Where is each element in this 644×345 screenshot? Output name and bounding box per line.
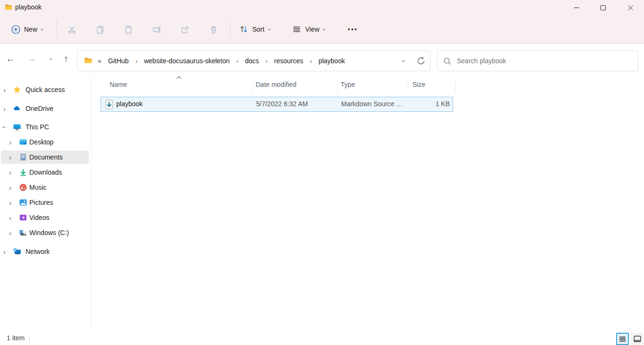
column-resize-handle[interactable] bbox=[455, 79, 455, 92]
chevron-right-icon[interactable]: › bbox=[9, 184, 11, 191]
chevron-down-icon: › bbox=[266, 28, 272, 30]
documents-icon bbox=[19, 153, 27, 161]
plus-circle-icon bbox=[11, 25, 20, 34]
sort-button[interactable]: Sort › bbox=[235, 22, 274, 37]
chevron-right-icon[interactable]: › bbox=[9, 229, 11, 236]
back-arrow-icon: ← bbox=[6, 54, 15, 64]
forward-arrow-icon: → bbox=[27, 54, 36, 64]
address-bar[interactable]: « GitHub › website-docusaurus-skeleton ›… bbox=[77, 50, 430, 71]
breadcrumb-item[interactable]: resources bbox=[274, 57, 303, 65]
chevron-right-icon[interactable]: › bbox=[3, 248, 6, 255]
forward-button[interactable]: → bbox=[23, 50, 40, 67]
sidebar-item-quick-access[interactable]: › Quick access bbox=[0, 83, 90, 96]
copy-icon[interactable] bbox=[95, 25, 105, 34]
file-name: playbook bbox=[116, 100, 143, 108]
recent-locations-button[interactable]: › bbox=[43, 50, 60, 67]
videos-icon bbox=[19, 213, 27, 222]
sort-icon bbox=[239, 25, 249, 34]
details-view-button[interactable] bbox=[616, 333, 629, 345]
column-header-name[interactable]: Name bbox=[110, 81, 127, 88]
sidebar-item-downloads[interactable]: › Downloads bbox=[0, 166, 90, 179]
chevron-right-icon[interactable]: › bbox=[9, 214, 11, 221]
breadcrumb: « GitHub › website-docusaurus-skeleton ›… bbox=[98, 57, 345, 65]
item-count: 1 item bbox=[7, 334, 25, 342]
minimize-button[interactable] bbox=[563, 0, 590, 15]
sort-button-label: Sort bbox=[252, 25, 265, 33]
desktop-icon bbox=[19, 138, 27, 146]
sidebar-item-this-pc[interactable]: › This PC bbox=[0, 120, 90, 134]
breadcrumb-overflow[interactable]: « bbox=[98, 57, 102, 65]
file-row-playbook[interactable]: playbook 5/7/2022 6:32 AM Markdown Sourc… bbox=[101, 97, 453, 112]
paste-icon[interactable] bbox=[124, 25, 133, 34]
large-icons-view-button[interactable] bbox=[631, 333, 644, 345]
window-title: playbook bbox=[15, 3, 42, 11]
sidebar-item-videos[interactable]: › Videos bbox=[0, 211, 90, 224]
sidebar-item-windows-c[interactable]: › Windows (C:) bbox=[0, 226, 90, 239]
file-type: Markdown Source … bbox=[341, 100, 403, 108]
details-view-icon bbox=[619, 336, 626, 342]
address-row: ← → › ↑ « GitHub › website-docusaurus-sk… bbox=[0, 44, 644, 76]
delete-icon[interactable] bbox=[209, 25, 218, 34]
sort-ascending-caret-icon[interactable] bbox=[176, 76, 181, 79]
breadcrumb-item[interactable]: docs bbox=[245, 57, 259, 65]
chevron-right-icon[interactable]: › bbox=[9, 199, 11, 206]
sidebar-item-network[interactable]: › Network bbox=[0, 245, 90, 258]
column-resize-handle[interactable] bbox=[253, 79, 253, 92]
back-button[interactable]: ← bbox=[2, 50, 19, 67]
status-separator bbox=[29, 333, 30, 344]
rename-icon[interactable] bbox=[152, 25, 162, 34]
column-header-size[interactable]: Size bbox=[412, 81, 425, 88]
command-toolbar: New › Sort › View › ••• bbox=[0, 15, 644, 44]
navigation-pane: › Quick access › OneDrive › This PC › De… bbox=[0, 76, 91, 332]
chevron-down-icon[interactable]: › bbox=[1, 126, 8, 128]
column-header-date-modified[interactable]: Date modified bbox=[256, 81, 296, 88]
file-date-modified: 5/7/2022 6:32 AM bbox=[256, 100, 308, 108]
status-bar: 1 item bbox=[0, 332, 644, 345]
sidebar-item-pictures[interactable]: › Pictures bbox=[0, 196, 90, 209]
toolbar-separator bbox=[230, 21, 231, 38]
sidebar-item-label: Quick access bbox=[26, 86, 65, 93]
sidebar-item-music[interactable]: › Music bbox=[0, 181, 90, 194]
share-icon[interactable] bbox=[180, 25, 190, 34]
refresh-icon[interactable] bbox=[417, 57, 425, 65]
sidebar-item-documents[interactable]: › Documents bbox=[1, 151, 89, 164]
onedrive-cloud-icon bbox=[13, 104, 21, 113]
chevron-right-icon[interactable]: › bbox=[9, 169, 11, 176]
up-button[interactable]: ↑ bbox=[58, 50, 75, 67]
new-button-label: New bbox=[24, 25, 37, 33]
sidebar-item-label: Windows (C:) bbox=[29, 229, 69, 236]
folder-icon bbox=[84, 57, 92, 65]
address-dropdown-icon[interactable]: › bbox=[401, 60, 408, 62]
chevron-right-icon[interactable]: › bbox=[3, 86, 6, 93]
view-button[interactable]: View › bbox=[288, 22, 329, 37]
chevron-right-icon[interactable]: › bbox=[9, 154, 11, 161]
chevron-right-icon[interactable]: › bbox=[9, 139, 11, 146]
chevron-down-icon: › bbox=[39, 28, 45, 30]
new-button[interactable]: New › bbox=[8, 22, 47, 37]
downloads-icon bbox=[19, 168, 27, 177]
chevron-right-icon: › bbox=[310, 58, 312, 65]
see-more-button[interactable]: ••• bbox=[345, 22, 361, 37]
column-header-type[interactable]: Type bbox=[341, 81, 355, 88]
chevron-right-icon[interactable]: › bbox=[3, 105, 6, 112]
maximize-button[interactable] bbox=[590, 0, 616, 15]
cut-icon[interactable] bbox=[67, 25, 77, 34]
breadcrumb-item[interactable]: playbook bbox=[318, 57, 345, 65]
sidebar-item-label: Music bbox=[29, 184, 47, 191]
up-arrow-icon: ↑ bbox=[64, 54, 69, 64]
sidebar-item-desktop[interactable]: › Desktop bbox=[0, 135, 90, 149]
breadcrumb-item[interactable]: website-docusaurus-skeleton bbox=[144, 57, 230, 65]
title-bar: playbook bbox=[0, 0, 644, 15]
breadcrumb-item[interactable]: GitHub bbox=[108, 57, 129, 65]
folder-icon bbox=[5, 4, 12, 12]
view-button-label: View bbox=[305, 25, 319, 33]
sidebar-item-onedrive[interactable]: › OneDrive bbox=[0, 102, 90, 115]
sidebar-item-label: Network bbox=[26, 248, 50, 255]
column-resize-handle[interactable] bbox=[337, 79, 337, 92]
close-button[interactable] bbox=[617, 0, 644, 15]
search-input[interactable] bbox=[457, 57, 632, 65]
sidebar-item-label: Downloads bbox=[29, 168, 62, 176]
sidebar-divider bbox=[91, 76, 91, 335]
file-size: 1 KB bbox=[408, 100, 450, 108]
column-resize-handle[interactable] bbox=[408, 79, 408, 92]
